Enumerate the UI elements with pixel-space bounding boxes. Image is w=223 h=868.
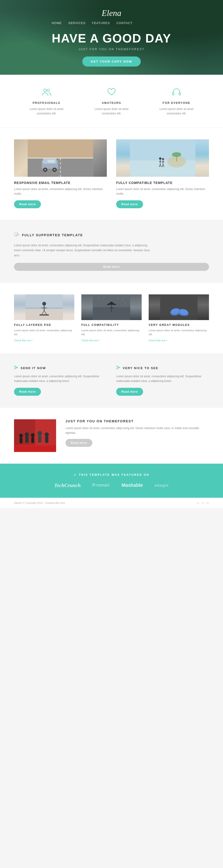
features-strip: PROFESIONALS Lorem ipsum dolor sit amet … [0, 75, 223, 127]
headphones-icon [171, 86, 182, 98]
featured-brands: TechCrunch Promail Mashable atlaspix [14, 482, 209, 488]
svg-point-66 [25, 432, 29, 437]
hero-cta-button[interactable]: GET YOUR COPY NOW [82, 57, 140, 66]
svg-rect-3 [179, 93, 180, 95]
send-section: SEND IT NOW Lorem ipsum dolor sit amet, … [0, 354, 223, 407]
full-support-desc: Lorem ipsum dolor sit amet, consectetur … [14, 243, 154, 258]
svg-rect-74 [14, 445, 56, 452]
module-compatibility-link[interactable]: Check this out > [81, 339, 142, 342]
module-great-image [149, 294, 209, 320]
hero-title: HAVE A GOOD DAY [52, 31, 171, 45]
module-psd-title: FULLY LAYERED PSD [14, 323, 74, 327]
svg-point-25 [162, 158, 164, 160]
module-great-link[interactable]: Check this out > [149, 339, 209, 342]
copyright-bar: Elanez © Copyright 2013 - Unsubscribe he… [0, 498, 223, 508]
module-compatibility-title: FULL COMPATIBILITY [81, 323, 142, 327]
svg-rect-71 [38, 436, 41, 443]
card-compatible: FULLY COMPATIBLE TEMPLATE Lorem ipsum do… [116, 140, 209, 208]
hero-section: Elena HOME SERVICES FEATURES CONTACT HAV… [0, 0, 223, 75]
themeforest-image [14, 419, 56, 452]
full-support-section: FULLY SUPPORTED TEMPLATE Lorem ipsum dol… [0, 220, 223, 282]
brand-atlaspix: atlaspix [155, 483, 169, 488]
module-compatibility-desc: Lorem ipsum dolor sit amet, consectetur … [81, 329, 142, 337]
feature-everyone-desc: Lorem ipsum dolor sit amet consectetur e… [153, 107, 200, 116]
nav-home[interactable]: HOME [52, 21, 62, 25]
three-col-modules: FULLY LAYERED PSD Lorem ipsum dolor sit … [0, 283, 223, 353]
social-twitter[interactable]: tw [206, 501, 209, 504]
two-col-cards: RESPONSIVE EMAIL TEMPLATE Lorem ipsum do… [0, 128, 223, 220]
social-facebook[interactable]: fb [202, 501, 204, 504]
people-icon [41, 86, 52, 98]
svg-point-64 [19, 434, 23, 437]
send-left: SEND IT NOW Lorem ipsum dolor sit amet, … [14, 365, 107, 396]
card-compatible-read-more[interactable]: Read more [116, 200, 143, 208]
card-compatible-title: FULLY COMPATIBLE TEMPLATE [116, 181, 209, 185]
module-psd-image [14, 294, 74, 320]
svg-rect-73 [45, 436, 48, 443]
svg-rect-75 [17, 445, 54, 446]
nav-features[interactable]: FEATURES [92, 21, 110, 25]
card-compatible-desc: Lorem ipsum dolor sit amet, consectetur … [116, 187, 209, 196]
feature-everyone: FOR EVERYONE Lorem ipsum dolor sit amet … [153, 86, 200, 116]
themeforest-content: JUST FOR YOU ON THEMEFOREST Lorem ipsum … [65, 419, 209, 447]
themeforest-section: JUST FOR YOU ON THEMEFOREST Lorem ipsum … [0, 408, 223, 464]
svg-rect-67 [25, 436, 29, 443]
feature-everyone-title: FOR EVERYONE [153, 101, 200, 104]
module-great-title: VERY GREAT MODULES [149, 323, 209, 327]
full-support-read-more[interactable]: Read more [14, 263, 209, 271]
hero-subtitle: JUST FOR YOU ON THEMEFOREST [52, 48, 171, 51]
svg-rect-65 [20, 437, 23, 443]
card-responsive-read-more[interactable]: Read more [14, 200, 41, 208]
feature-amateurs-title: AMATEURS [88, 101, 135, 104]
site-logo: Elena [52, 8, 171, 18]
send-left-title: SEND IT NOW [21, 366, 46, 370]
send-left-desc: Lorem ipsum dolor sit amet, consectetur … [14, 374, 107, 383]
svg-rect-59 [160, 315, 197, 320]
card-responsive-image [14, 140, 107, 177]
full-support-title: FULLY SUPPORTED TEMPLATE [22, 233, 83, 237]
module-great-desc: Lorem ipsum dolor sit amet, consectetur … [149, 329, 209, 337]
svg-rect-43 [39, 314, 49, 316]
brand-promail: Promail [92, 483, 110, 488]
send-left-read-more[interactable]: Read more [14, 388, 41, 396]
feature-amateurs-desc: Lorem ipsum dolor sit amet consectetur e… [88, 107, 135, 116]
main-nav: HOME SERVICES FEATURES CONTACT [52, 21, 171, 25]
module-compatibility: FULL COMPATIBILITY Lorem ipsum dolor sit… [81, 294, 142, 342]
svg-point-38 [42, 302, 46, 306]
card-compatible-image [116, 140, 209, 177]
send-right: VERY NICE TO SEE Lorem ipsum dolor sit a… [116, 365, 209, 396]
svg-point-0 [44, 89, 47, 92]
feature-professionals: PROFESIONALS Lorem ipsum dolor sit amet … [23, 86, 70, 116]
nav-contact[interactable]: CONTACT [116, 21, 133, 25]
feature-professionals-title: PROFESIONALS [23, 101, 70, 104]
module-compatibility-image [81, 294, 142, 320]
module-psd-link[interactable]: Check this out > [14, 339, 74, 342]
card-responsive-title: RESPONSIVE EMAIL TEMPLATE [14, 181, 107, 185]
module-psd: FULLY LAYERED PSD Lorem ipsum dolor sit … [14, 294, 74, 342]
svg-rect-14 [48, 160, 55, 163]
send-right-title: VERY NICE TO SEE [123, 366, 158, 370]
heart-icon [106, 86, 117, 98]
copyright-links: g+ fb tw [197, 501, 209, 504]
nav-services[interactable]: SERVICES [68, 21, 86, 25]
star-icon: ✦ [74, 473, 77, 477]
send-icon [14, 365, 18, 371]
social-gplus[interactable]: g+ [197, 501, 200, 504]
send-left-header: SEND IT NOW [14, 365, 107, 371]
send-right-read-more[interactable]: Read more [116, 388, 143, 396]
svg-rect-2 [172, 93, 174, 95]
svg-point-68 [31, 433, 35, 437]
brand-mashable: Mashable [121, 483, 143, 488]
featured-title: THIS TEMPLATE WAS FEATURED ON [79, 473, 149, 476]
modules-grid: FULLY LAYERED PSD Lorem ipsum dolor sit … [14, 294, 209, 342]
themeforest-read-more[interactable]: Read more [65, 439, 92, 447]
themeforest-title: JUST FOR YOU ON THEMEFOREST [65, 419, 209, 423]
support-icon [14, 232, 19, 238]
footer-featured: ✦ THIS TEMPLATE WAS FEATURED ON TechCrun… [0, 464, 223, 498]
module-psd-desc: Lorem ipsum dolor sit amet, consectetur … [14, 329, 74, 337]
card-responsive: RESPONSIVE EMAIL TEMPLATE Lorem ipsum do… [14, 140, 107, 208]
module-great: VERY GREAT MODULES Lorem ipsum dolor sit… [149, 294, 209, 342]
send-right-desc: Lorem ipsum dolor sit amet, consectetur … [116, 374, 209, 383]
send-right-icon [116, 365, 120, 371]
svg-point-70 [37, 431, 42, 436]
